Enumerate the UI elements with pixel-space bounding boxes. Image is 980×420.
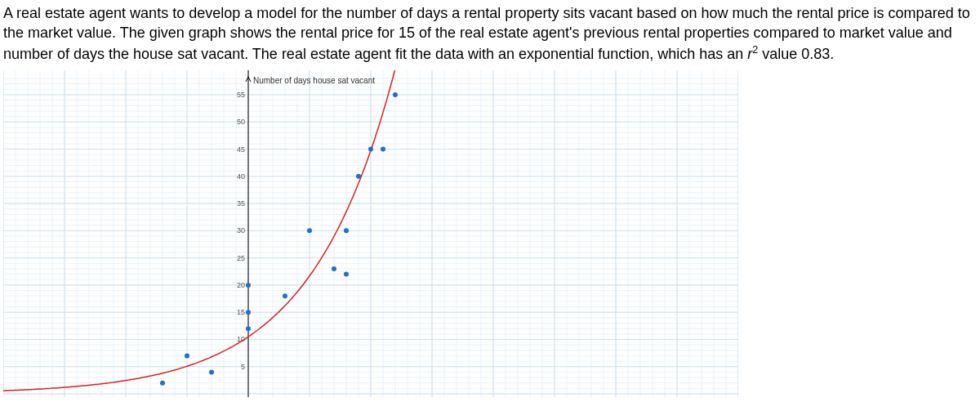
svg-point-162 [246, 310, 251, 315]
svg-text:5: 5 [241, 363, 245, 371]
svg-text:40: 40 [237, 172, 245, 181]
svg-point-160 [209, 369, 214, 374]
svg-text:50: 50 [237, 118, 245, 126]
svg-point-169 [356, 174, 361, 179]
svg-text:45: 45 [237, 145, 245, 153]
question-text: A real estate agent wants to develop a m… [3, 3, 980, 64]
chart-container: 510152025303540455055Number of days hous… [3, 70, 738, 397]
svg-point-164 [283, 293, 287, 298]
svg-point-171 [381, 146, 385, 151]
svg-point-161 [246, 326, 251, 331]
svg-text:20: 20 [237, 281, 245, 289]
svg-point-165 [307, 228, 312, 233]
svg-point-158 [160, 381, 165, 386]
svg-point-172 [393, 92, 398, 97]
svg-point-166 [332, 266, 336, 271]
chart-plot: 510152025303540455055Number of days hous… [3, 70, 738, 397]
svg-text:15: 15 [237, 308, 245, 316]
svg-point-170 [368, 146, 373, 151]
svg-point-159 [185, 353, 189, 358]
svg-point-167 [344, 271, 349, 276]
svg-text:Number of days house sat vacan: Number of days house sat vacant [253, 76, 375, 85]
question-part2: value 0.83. [758, 46, 834, 62]
svg-point-168 [344, 228, 349, 233]
svg-point-163 [246, 283, 251, 288]
svg-text:55: 55 [237, 91, 245, 99]
svg-text:30: 30 [237, 226, 245, 235]
svg-text:25: 25 [237, 254, 245, 262]
svg-text:35: 35 [237, 199, 245, 208]
